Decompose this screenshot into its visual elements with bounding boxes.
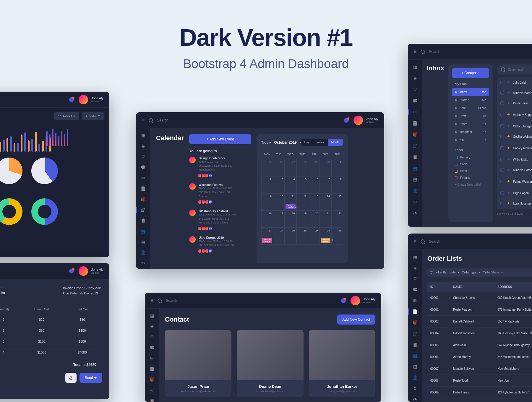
filter-date[interactable]: Date (450, 271, 456, 274)
sidebar-icon[interactable]: ▤ (412, 364, 418, 369)
filter-by-button[interactable]: ▽Filter By (54, 112, 79, 120)
menu-icon[interactable]: ≡ (142, 118, 145, 123)
contact-card[interactable]: Duane Dean rusty.botsford@wilfrid.io (237, 330, 303, 397)
label-item[interactable]: Primary (452, 154, 489, 161)
filter-icon[interactable]: ▽ (430, 271, 433, 274)
mail-row[interactable]: ★ Harvey Manning Curling Irons ... (497, 142, 532, 155)
checkbox[interactable] (500, 135, 504, 138)
sidebar-icon[interactable]: 👤 (412, 188, 418, 193)
calendar-cell[interactable]: 12 (296, 193, 308, 210)
star-icon[interactable]: ★ (507, 158, 510, 162)
sidebar-icon[interactable]: 📄 (412, 121, 418, 126)
calendar-cell[interactable]: 7 (320, 176, 331, 193)
contact-card[interactable]: Jonathan Barker cora_haley@quinn.biz (309, 330, 375, 397)
folder-item[interactable]: ✉Draft09 (452, 112, 489, 120)
sidebar-icon[interactable]: ✉ (149, 356, 155, 361)
filter-by[interactable]: Filter By (436, 271, 447, 274)
sidebar-icon[interactable]: 👤 (140, 250, 146, 255)
calendar-cell[interactable]: 18 (285, 210, 296, 228)
sidebar-icon[interactable]: 🛒 (412, 331, 418, 336)
sidebar-icon[interactable]: ▦ (140, 133, 146, 138)
sidebar-icon[interactable]: ▦ (412, 64, 418, 70)
bell-icon[interactable] (344, 118, 349, 123)
checkbox[interactable] (500, 180, 504, 183)
mail-row[interactable]: ★ Lora Houston Friends (497, 198, 532, 209)
order-row[interactable]: 00001Christine Brooks089 Kutch Green Apt… (427, 292, 532, 304)
search-input[interactable]: Search (429, 239, 440, 244)
calendar-cell[interactable]: 29 (308, 159, 319, 176)
menu-icon[interactable]: ≡ (151, 298, 153, 303)
next-month[interactable]: › (300, 140, 301, 145)
sidebar-icon[interactable]: ▤ (412, 177, 418, 182)
search-icon[interactable] (501, 67, 505, 72)
folder-item[interactable]: ✉Important18 (452, 128, 489, 136)
sidebar-icon[interactable]: ◈ (412, 76, 418, 81)
mail-row[interactable]: ★ Minerva Barnett Work (497, 165, 532, 175)
cal-event-tag[interactable]: Glastonbury Festival (321, 238, 330, 243)
event-item[interactable]: Weekend Festival 16 October 2019 at 5.00… (189, 183, 251, 205)
calendar-cell[interactable]: 30 (320, 159, 331, 176)
search-input[interactable]: Search (157, 118, 168, 122)
search-icon[interactable] (158, 299, 162, 303)
star-icon[interactable]: ★ (507, 179, 510, 184)
sidebar-icon[interactable]: 📋 (412, 342, 418, 347)
checkbox[interactable] (500, 91, 504, 95)
bell-icon[interactable] (69, 269, 74, 273)
calendar-cell[interactable]: 13 (308, 193, 319, 210)
calendar-cell[interactable]: 19 (296, 210, 308, 228)
sidebar-icon[interactable]: 📄 (140, 186, 146, 191)
checkbox[interactable] (500, 124, 504, 128)
star-icon[interactable]: ★ (507, 146, 510, 150)
mail-row[interactable]: ★ Peter Lewis (497, 98, 532, 108)
calendar-cell[interactable]: 25 (261, 159, 273, 176)
calendar-cell[interactable]: 26 (273, 159, 285, 176)
sidebar-icon[interactable]: 📄 (412, 309, 418, 314)
label-item[interactable]: Work (452, 168, 489, 174)
folder-item[interactable]: ✉Starred245 (452, 96, 489, 104)
mail-row[interactable]: ★ Cecilia Webster Friends (497, 132, 532, 142)
bell-icon[interactable] (69, 97, 74, 102)
sidebar-icon[interactable]: 💬 (412, 98, 418, 103)
star-icon[interactable]: ★ (507, 80, 510, 85)
sidebar-icon[interactable]: 👥 (412, 166, 418, 171)
mail-row[interactable]: ★ Jullu Jalal Primary (497, 77, 532, 88)
sidebar-icon[interactable]: 🎁 (412, 132, 418, 137)
send-button[interactable]: Send ✈ (80, 373, 102, 383)
checkbox[interactable] (500, 81, 504, 84)
calendar-cell[interactable]: 11Design Conference (285, 193, 296, 210)
avatar[interactable] (79, 95, 88, 104)
calendar-cell[interactable]: 14 (320, 193, 331, 210)
sidebar-icon[interactable]: 🎁 (149, 377, 155, 382)
sidebar-icon[interactable]: ⚙ (412, 386, 418, 391)
order-row[interactable]: 00006Alfred Murray543 Weimann Mountain (427, 351, 532, 363)
print-button[interactable]: 🖨 (65, 373, 77, 383)
star-icon[interactable]: ★ (507, 191, 510, 195)
sidebar-icon[interactable]: ▦ (412, 254, 418, 259)
menu-icon[interactable]: ≡ (414, 239, 416, 244)
seg-day[interactable]: Day (301, 139, 313, 146)
calendar-cell[interactable]: 26 (296, 228, 308, 245)
order-row[interactable]: 00005Alan Cain042 Mylene Throughway (427, 339, 532, 351)
contact-card[interactable]: Jason Price kuhlman.jermey@yahoo.com (165, 330, 231, 397)
sidebar-icon[interactable]: ✉ (412, 109, 418, 115)
sidebar-icon[interactable]: 🛒 (140, 208, 146, 212)
checkbox[interactable] (500, 202, 504, 205)
sidebar-icon[interactable]: 📋 (140, 218, 146, 223)
search-input[interactable]: Search (166, 299, 177, 303)
calendar-cell[interactable]: 15 (331, 193, 343, 210)
sidebar-icon[interactable]: ◈ (140, 144, 146, 148)
calendar-cell[interactable]: 1 (331, 159, 343, 176)
calendar-cell[interactable]: 2 (261, 176, 273, 193)
sidebar-icon[interactable]: ◔ (412, 397, 418, 402)
calendar-cell[interactable]: 22 (331, 210, 343, 228)
calendar-cell[interactable]: 25 (285, 228, 296, 245)
calendar-cell[interactable]: 9 (261, 193, 273, 210)
star-icon[interactable]: ★ (507, 168, 510, 172)
filter-type[interactable]: Order Type (462, 271, 477, 274)
sidebar-icon[interactable]: 🛒 (412, 143, 418, 148)
calendar-cell[interactable]: 29 (331, 228, 343, 245)
today-label[interactable]: Today (261, 141, 270, 144)
event-item[interactable]: Glastonbury Festival 20-22 October 2019 … (189, 210, 251, 231)
sidebar-icon[interactable]: ▤ (140, 239, 146, 244)
sidebar-icon[interactable]: ◈ (412, 265, 418, 270)
